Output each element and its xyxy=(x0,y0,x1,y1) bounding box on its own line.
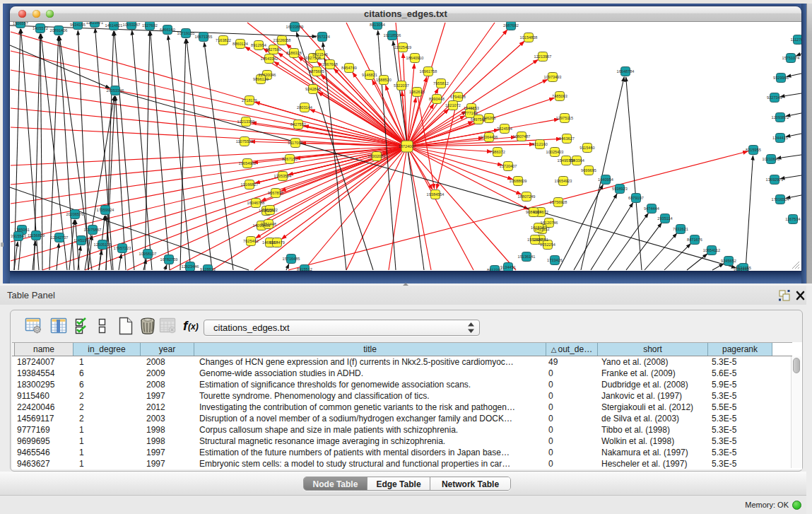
table-cell[interactable]: Nakamura et al. (1997) xyxy=(601,447,708,458)
table-cell[interactable]: Hescheler et al. (1997) xyxy=(601,458,708,469)
table-cell[interactable]: Yano et al. (2008) xyxy=(601,356,708,368)
table-cell[interactable]: 5.5E-5 xyxy=(712,402,772,413)
graph-edge[interactable] xyxy=(407,146,473,270)
tab-network-table[interactable]: Network Table xyxy=(430,477,510,491)
unselect-all-columns-button[interactable] xyxy=(98,317,107,335)
table-cell[interactable]: 14569117 xyxy=(17,413,73,424)
table-row[interactable]: 969969511998Structural magnetic resonanc… xyxy=(12,436,792,447)
table-row[interactable]: 946554611997Estimation of the future num… xyxy=(12,447,792,458)
table-cell[interactable]: 2008 xyxy=(146,379,194,390)
table-row[interactable]: 1456911722003Disruption of a novel membe… xyxy=(12,413,792,424)
graph-edge[interactable] xyxy=(787,74,801,76)
scrollbar-thumb[interactable] xyxy=(793,358,800,373)
select-all-columns-button[interactable] xyxy=(75,317,88,335)
graph-edge[interactable] xyxy=(558,185,603,270)
graph-edge[interactable] xyxy=(608,214,648,271)
column-header-year[interactable]: year xyxy=(141,343,194,356)
table-cell[interactable]: 1 xyxy=(79,447,141,458)
column-visibility-button[interactable] xyxy=(50,317,68,335)
delete-column-button[interactable] xyxy=(139,317,156,335)
close-icon[interactable] xyxy=(796,289,806,301)
minimize-window-button[interactable] xyxy=(33,10,40,18)
table-vertical-scrollbar[interactable] xyxy=(791,356,801,468)
graph-edge[interactable] xyxy=(780,93,801,97)
graph-edge[interactable] xyxy=(165,264,167,270)
graph-edge[interactable] xyxy=(407,146,431,270)
table-cell[interactable]: Corpus callosum shape and size in male p… xyxy=(199,424,546,436)
new-column-button[interactable] xyxy=(117,317,135,335)
table-cell[interactable]: Wolkin et al. (1998) xyxy=(601,436,708,447)
graph-edge[interactable] xyxy=(288,151,748,270)
window-titlebar[interactable]: citations_edges.txt xyxy=(10,6,801,22)
table-cell[interactable]: 6 xyxy=(79,379,141,390)
table-cell[interactable]: 5.3E-5 xyxy=(712,436,772,447)
network-canvas[interactable]: 1506557140557220891406963415511823871146… xyxy=(10,22,801,271)
graph-edge[interactable] xyxy=(180,39,186,270)
table-cell[interactable]: 0 xyxy=(548,424,598,436)
table-cell[interactable]: 5.3E-5 xyxy=(712,356,772,368)
table-cell[interactable]: 0 xyxy=(548,413,598,424)
float-window-icon[interactable] xyxy=(777,288,792,303)
table-cell[interactable]: 0 xyxy=(548,390,598,402)
table-cell[interactable]: 5.3E-5 xyxy=(712,458,772,469)
table-cell[interactable]: 0 xyxy=(548,368,598,379)
table-cell[interactable]: 1 xyxy=(79,424,141,436)
table-cell[interactable]: 5.3E-5 xyxy=(712,413,772,424)
memory-status-icon[interactable] xyxy=(792,501,801,510)
table-cell[interactable]: Estimation of the future numbers of pati… xyxy=(199,447,546,458)
table-cell[interactable]: 0 xyxy=(548,458,598,469)
table-cell[interactable]: 1998 xyxy=(146,424,194,436)
table-cell[interactable]: 1 xyxy=(79,458,141,469)
table-cell[interactable]: de Silva et al. (2003) xyxy=(601,413,708,424)
table-cell[interactable]: 5.3E-5 xyxy=(712,447,772,458)
graph-edge[interactable] xyxy=(281,146,407,239)
table-cell[interactable]: 2008 xyxy=(146,356,194,368)
graph-edge[interactable] xyxy=(78,30,88,270)
table-cell[interactable]: Disruption of a novel member of a sodium… xyxy=(199,413,546,424)
tab-node-table[interactable]: Node Table xyxy=(304,477,367,491)
graph-edge[interactable] xyxy=(786,134,801,136)
table-cell[interactable]: 2009 xyxy=(146,368,194,379)
table-cell[interactable]: 19384554 xyxy=(17,368,73,379)
table-cell[interactable]: 22420046 xyxy=(17,402,73,413)
table-cell[interactable]: 1 xyxy=(79,356,141,368)
table-cell[interactable]: Embryonic stem cells: a model to study s… xyxy=(199,458,546,469)
graph-edge[interactable] xyxy=(626,223,661,270)
resize-grip-icon[interactable] xyxy=(792,261,800,269)
table-cell[interactable]: 2 xyxy=(79,390,141,402)
table-cell[interactable]: 18300295 xyxy=(17,379,73,390)
table-row[interactable]: 1830029562008Estimation of significance … xyxy=(12,379,792,390)
column-header-out_de[interactable]: △out_de… xyxy=(546,343,598,356)
table-cell[interactable]: 0 xyxy=(548,402,598,413)
column-header-pagerank[interactable]: pagerank xyxy=(708,343,772,356)
table-cell[interactable]: 2012 xyxy=(146,402,194,413)
table-cell[interactable]: 9777169 xyxy=(17,424,73,436)
table-cell[interactable]: Structural magnetic resonance image aver… xyxy=(199,436,546,447)
table-cell[interactable]: Dudbridge et al. (2008) xyxy=(601,379,708,390)
graph-edge[interactable] xyxy=(777,155,801,158)
graph-edge[interactable] xyxy=(323,42,346,270)
table-cell[interactable]: 0 xyxy=(548,379,598,390)
table-cell[interactable]: 1 xyxy=(79,436,141,447)
table-cell[interactable]: 2003 xyxy=(146,413,194,424)
table-cell[interactable]: 1998 xyxy=(146,436,194,447)
table-cell[interactable]: 0 xyxy=(548,436,598,447)
panel-collapse-handle[interactable] xyxy=(1,243,4,247)
graph-edge[interactable] xyxy=(687,254,707,270)
table-cell[interactable]: 18724007 xyxy=(17,356,73,368)
table-cell[interactable]: 5.9E-5 xyxy=(712,379,772,390)
graph-edge[interactable] xyxy=(11,32,407,146)
graph-edge[interactable] xyxy=(712,264,724,270)
column-header-name[interactable]: name xyxy=(15,343,73,356)
column-header-short[interactable]: short xyxy=(598,343,708,356)
table-row[interactable]: 911546021997Tourette syndrome. Phenomeno… xyxy=(12,390,792,402)
table-cell[interactable]: 9699695 xyxy=(17,436,73,447)
table-row[interactable]: 1938455462009Genome-wide association stu… xyxy=(12,368,792,379)
table-cell[interactable]: 9463627 xyxy=(17,458,73,469)
table-row[interactable]: 2242004622012Investigating the contribut… xyxy=(12,402,792,413)
table-cell[interactable]: 1997 xyxy=(146,390,194,402)
table-cell[interactable]: 0 xyxy=(548,447,598,458)
tab-edge-table[interactable]: Edge Table xyxy=(367,477,430,491)
graph-edge[interactable] xyxy=(746,156,753,270)
table-cell[interactable]: 1997 xyxy=(146,447,194,458)
